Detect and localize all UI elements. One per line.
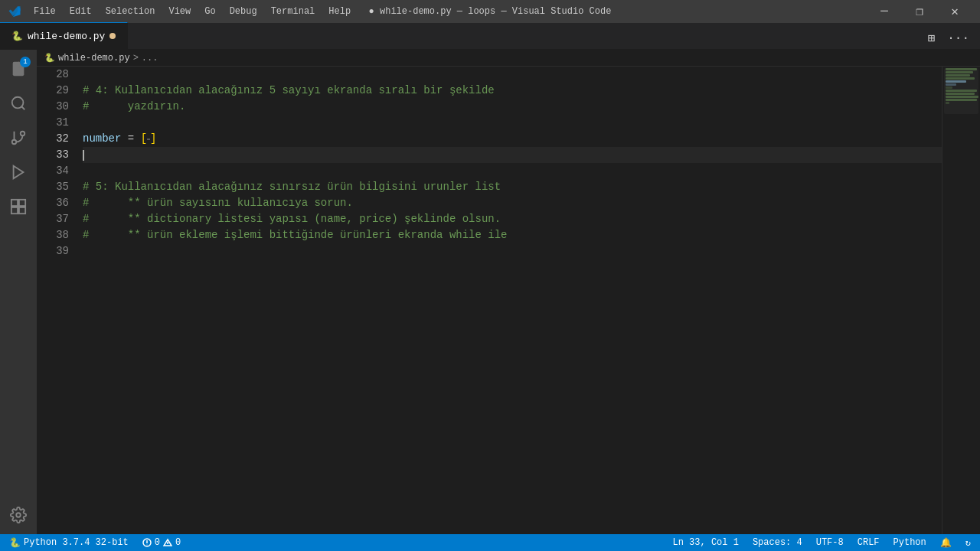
space-eq: =: [121, 131, 140, 147]
run-debug-activity-icon[interactable]: [3, 157, 34, 187]
activitybar: 1: [0, 50, 37, 534]
line-numbers: 28 29 30 31 32 33 34 35 36 37 38 39: [37, 67, 75, 534]
titlebar-menu: File Edit Selection View Go Debug Termin…: [28, 5, 357, 18]
comment-38: # ** ürün ekleme işlemi bittiğinde ürünl…: [83, 227, 508, 243]
titlebar-controls: ─ ❐ ✕: [867, 0, 972, 23]
code-content[interactable]: # 4: Kullanıcıdan alacağınız 5 sayıyı ek…: [75, 67, 942, 534]
line-num-38: 38: [37, 227, 69, 243]
tab-modified-dot: [109, 33, 116, 39]
extensions-activity-icon[interactable]: [3, 191, 34, 222]
settings-activity-icon[interactable]: [3, 500, 34, 530]
tab-while-demo[interactable]: 🐍 while-demo.py: [0, 22, 128, 49]
menu-view[interactable]: View: [162, 5, 197, 18]
comment-36: # ** ürün sayısını kullanıcıya sorun.: [83, 195, 353, 211]
breadcrumb-file[interactable]: while-demo.py: [58, 53, 130, 64]
svg-point-3: [21, 132, 25, 136]
python-version-icon: 🐍: [9, 537, 21, 549]
minimap: [942, 67, 980, 534]
line-num-39: 39: [37, 243, 69, 259]
comment-37: # ** dictionary listesi yapısı (name, pr…: [83, 211, 501, 227]
status-python-version[interactable]: 🐍 Python 3.7.4 32-bit: [6, 534, 132, 551]
menu-edit[interactable]: Edit: [64, 5, 98, 18]
main-area: 1: [0, 50, 980, 534]
breadcrumb-separator: >: [133, 53, 139, 64]
comment-35: # 5: Kullanıcıdan alacağınız sınırsız ür…: [83, 179, 501, 195]
activitybar-bottom: [3, 500, 34, 530]
explorer-badge: 1: [20, 57, 31, 67]
comment-29: # 4: Kullanıcıdan alacağınız 5 sayıyı ek…: [83, 83, 495, 99]
spaces-text: Spaces: 4: [753, 537, 802, 548]
sync-icon: ↻: [965, 537, 971, 549]
code-line-37: # ** dictionary listesi yapısı (name, pr…: [83, 211, 942, 227]
line-ending-text: CRLF: [858, 537, 880, 548]
status-line-ending[interactable]: CRLF: [854, 534, 883, 551]
line-num-36: 36: [37, 195, 69, 211]
menu-selection[interactable]: Selection: [100, 5, 162, 18]
code-line-36: # ** ürün sayısını kullanıcıya sorun.: [83, 195, 942, 211]
svg-point-4: [12, 140, 17, 145]
line-num-28: 28: [37, 67, 69, 83]
tabbar: 🐍 while-demo.py ⊞ ···: [0, 23, 980, 50]
code-line-28: [83, 67, 942, 83]
error-count: 0: [155, 537, 160, 548]
status-language[interactable]: Python: [890, 534, 929, 551]
python-version-text: Python 3.7.4 32-bit: [24, 537, 129, 548]
cursor-pos-text: Ln 33, Col 1: [672, 537, 738, 548]
status-bell[interactable]: 🔔: [937, 534, 955, 551]
titlebar-left: File Edit Selection View Go Debug Termin…: [8, 5, 357, 18]
minimize-button[interactable]: ─: [867, 0, 902, 23]
status-left: 🐍 Python 3.7.4 32-bit 0 0: [6, 534, 184, 551]
breadcrumb: 🐍 while-demo.py > ...: [37, 50, 980, 67]
code-line-39: [83, 243, 942, 259]
maximize-button[interactable]: ❐: [902, 0, 937, 23]
warning-icon: [163, 538, 172, 547]
code-line-32: number = []: [83, 131, 942, 147]
line-num-31: 31: [37, 115, 69, 131]
code-editor[interactable]: 28 29 30 31 32 33 34 35 36 37 38 39 # 4:…: [37, 67, 980, 534]
var-number: number: [83, 131, 121, 147]
more-actions-icon[interactable]: ···: [944, 28, 972, 48]
menu-go[interactable]: Go: [198, 5, 221, 18]
svg-rect-9: [19, 207, 25, 214]
language-text: Python: [893, 537, 926, 548]
line-num-29: 29: [37, 83, 69, 99]
comment-30: # yazdırın.: [83, 99, 185, 115]
svg-rect-8: [11, 207, 18, 214]
bracket-close: ]: [150, 131, 156, 147]
menu-file[interactable]: File: [28, 5, 62, 18]
status-errors[interactable]: 0 0: [139, 534, 184, 551]
code-line-35: # 5: Kullanıcıdan alacağınız sınırsız ür…: [83, 179, 942, 195]
code-line-31: [83, 115, 942, 131]
status-right: Ln 33, Col 1 Spaces: 4 UTF-8 CRLF Python…: [669, 534, 974, 551]
bracket-open: [: [141, 131, 147, 147]
status-spaces[interactable]: Spaces: 4: [750, 534, 805, 551]
svg-point-0: [12, 97, 24, 109]
close-button[interactable]: ✕: [937, 0, 972, 23]
error-icon: [142, 538, 152, 547]
text-cursor: [83, 150, 84, 161]
menu-terminal[interactable]: Terminal: [265, 5, 322, 18]
search-activity-icon[interactable]: [3, 88, 34, 119]
minimap-preview: [944, 68, 978, 114]
menu-debug[interactable]: Debug: [224, 5, 263, 18]
status-encoding[interactable]: UTF-8: [813, 534, 847, 551]
explorer-icon[interactable]: 1: [3, 54, 34, 84]
menu-help[interactable]: Help: [322, 5, 357, 18]
source-control-activity-icon[interactable]: [3, 122, 34, 153]
status-cursor-pos[interactable]: Ln 33, Col 1: [669, 534, 741, 551]
encoding-text: UTF-8: [816, 537, 844, 548]
svg-rect-7: [19, 200, 25, 206]
breadcrumb-trail[interactable]: ...: [142, 53, 158, 64]
svg-marker-5: [14, 166, 24, 179]
svg-rect-6: [11, 200, 18, 206]
window-title: ● while-demo.py — loops — Visual Studio …: [369, 6, 612, 17]
tab-file-icon: 🐍: [11, 31, 23, 42]
warning-count: 0: [175, 537, 181, 548]
split-editor-icon[interactable]: ⊞: [925, 28, 939, 49]
statusbar: 🐍 Python 3.7.4 32-bit 0 0 Ln 33, Col 1 S…: [0, 534, 980, 551]
vscode-logo: [8, 5, 21, 18]
breadcrumb-file-icon: 🐍: [44, 53, 55, 63]
status-sync[interactable]: ↻: [962, 534, 974, 551]
code-line-29: # 4: Kullanıcıdan alacağınız 5 sayıyı ek…: [83, 83, 942, 99]
titlebar: File Edit Selection View Go Debug Termin…: [0, 0, 980, 23]
